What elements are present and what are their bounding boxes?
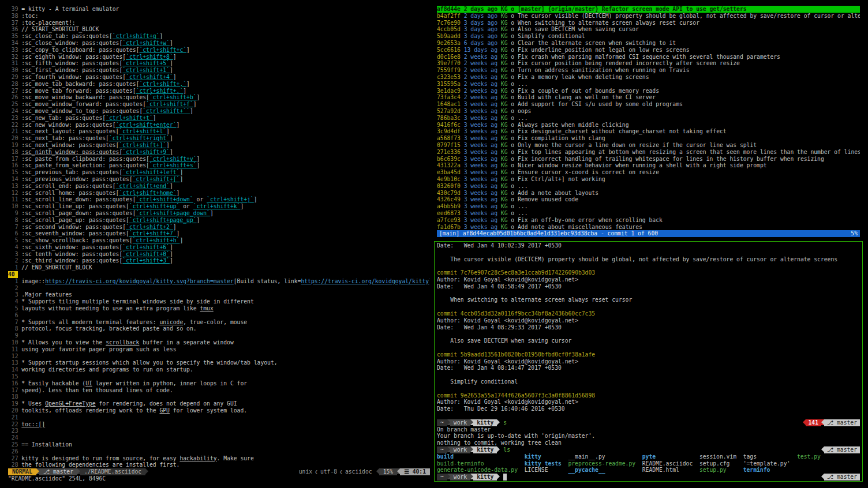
commit-row[interactable]: 7559ff9 2 weeks ag KG o Turn on address … [437, 67, 860, 74]
commit-row[interactable]: 527a92d 3 weeks ag KG o oops [437, 108, 860, 115]
file-name[interactable]: build-terminfo [437, 460, 525, 467]
commit-row[interactable]: 315595a 2 weeks ag KG o ... [437, 81, 860, 88]
commit-hash: 5cc6616 [437, 47, 461, 53]
text-segment: ] [254, 196, 257, 202]
text-segment: `ctrl+shift+,` [139, 81, 186, 87]
commit-row[interactable]: 9e2653a 6 days ago KG o Clear the altern… [437, 40, 860, 47]
commit-date: 3 weeks ag [464, 135, 497, 141]
text-segment: ] [166, 142, 170, 148]
graph-marker: o [508, 67, 518, 73]
text-segment: ] [173, 224, 177, 230]
commit-row[interactable]: b6c639c 3 weeks ag KG o Fix incorrect ha… [437, 156, 860, 163]
prompt-right: ⎇ master [821, 474, 860, 481]
commit-row[interactable]: c323e53 2 weeks ag KG o Fix a memory lea… [437, 74, 860, 81]
file-name[interactable]: terminfo [743, 467, 797, 474]
file-name[interactable]: test.py [797, 453, 824, 460]
commit-row[interactable]: af8d44e 2 days ago KG o [master] {origin… [437, 6, 860, 13]
line-number: 14 [8, 176, 18, 183]
text-segment: `ctrl+shift+end` [116, 183, 170, 189]
file-name[interactable]: setup.cfg [699, 460, 743, 467]
commit-row[interactable]: 431322a 3 weeks ag KG o Nicer window res… [437, 162, 860, 169]
commit-row[interactable]: 0797f15 3 weeks ag KG o Only move the cu… [437, 142, 860, 149]
file-name[interactable]: LICENSE [525, 467, 568, 474]
terminal-cursor[interactable] [503, 474, 507, 481]
commit-row[interactable]: e3ba45d 3 weeks ag KG o Ensure cursor x-… [437, 169, 860, 176]
vim-line: 2 [8, 285, 430, 292]
statusline-spacer [148, 468, 295, 475]
terminal-line: Date: Wed Jan 4 10:02:39 2017 +0530 [437, 242, 860, 249]
line-number: 23 [8, 115, 18, 122]
git-branch-segment: ⎇ master [39, 468, 77, 475]
vim-line: 24 [8, 434, 430, 441]
text-segment: Author: Kovid Goyal <kovid@kovidgoyal.ne… [437, 358, 578, 365]
commit-row[interactable]: 3e1dac9 2 weeks ag KG o Fix a couple of … [437, 88, 860, 95]
file-name[interactable]: pyte [642, 453, 699, 460]
vim-statusline: NORMAL ⎇ master ./README.asciidoc unix❮u… [8, 468, 430, 475]
commit-row[interactable]: a7fce93 3 weeks ag KG o Fix an off-by-on… [437, 217, 860, 224]
commit-row[interactable]: 3c9d4df 3 weeks ag KG o Fix designate_ch… [437, 128, 860, 135]
file-name[interactable]: '=template.py' [743, 460, 797, 467]
commit-row[interactable]: 5b9aadd 3 days ago KG o Simplify conditi… [437, 33, 860, 40]
commit-row[interactable]: eed6873 3 weeks ag KG o ... [437, 210, 860, 217]
commit-row[interactable]: fa1d67b 3 weeks ag KG o Add note about m… [437, 224, 860, 231]
text-segment: ] [166, 128, 170, 134]
file-name[interactable]: __main__.py [568, 453, 642, 460]
terminal-line: commit 4ccb05d3d32a0116f9bcc34bf8a2436b6… [437, 310, 860, 317]
line-number: 9 [8, 210, 18, 217]
tig-log-pane[interactable]: af8d44e 2 days ago KG o [master] {origin… [435, 5, 862, 238]
commit-author: KG [501, 60, 508, 66]
commit-row[interactable]: d0c16e8 2 weeks ag KG o Fix crash when p… [437, 54, 860, 61]
commit-row[interactable]: 786ba3c 3 weeks ag KG o ... [437, 115, 860, 122]
file-name[interactable]: README.asciidoc [642, 460, 699, 467]
vim-editor-pane[interactable]: 39= kitty - A terminal emulator38:toc:37… [6, 5, 432, 483]
vim-line: 1// END_SHORTCUT_BLOCK [8, 264, 430, 271]
line-number: 8 [8, 217, 18, 224]
commit-row[interactable]: 5cc6616 13 days ag KG o Fix underline_po… [437, 47, 860, 54]
file-name[interactable]: setup.py [699, 467, 743, 474]
graph-marker: o [508, 149, 518, 155]
commit-row[interactable]: 271e336 3 weeks ag KG o Fix top lines ap… [437, 149, 860, 156]
commit-row[interactable]: 9416f6c 3 weeks ag KG o Always paste whe… [437, 122, 860, 129]
line-number: 3 [8, 291, 18, 298]
commit-row[interactable]: 4e9b10c 3 weeks ag KG o Fix Ctrl/alt+] n… [437, 176, 860, 183]
commit-row[interactable]: a4bb5b9 3 weeks ag KG o ... [437, 203, 860, 210]
commit-row[interactable]: 7c76e90 3 days ago KG o When switching t… [437, 20, 860, 27]
file-name[interactable]: tags [743, 453, 797, 460]
commit-row[interactable]: 39e7f70 2 weeks ag KG o Fix cursor posit… [437, 60, 860, 67]
commit-row[interactable]: 4ccb05d 3 days ago KG o Also save DECTCE… [437, 26, 860, 33]
commit-row[interactable]: 03260f0 3 weeks ag KG o ... [437, 183, 860, 190]
commit-message: Clear the alternate screen when switchin… [518, 40, 676, 46]
file-name[interactable]: __pycache__ [568, 467, 642, 474]
file-name[interactable]: preprocess-readme.py [568, 460, 642, 467]
file-name[interactable]: build [437, 453, 525, 460]
text-segment: :sc_scroll_page_up: pass:quotes[ [21, 217, 129, 223]
text-segment: `ctrl+shift+8` [126, 54, 173, 60]
text-segment: ] [170, 60, 173, 66]
file-name[interactable]: kitty_tests [525, 460, 568, 467]
file-name[interactable]: kitty [525, 453, 568, 460]
commit-row[interactable]: 1648ac1 3 weeks ag KG o Add support for … [437, 101, 860, 108]
file-name[interactable]: README.html [642, 467, 699, 474]
commit-row[interactable]: 73fa3c4 2 weeks ag KG o Build with clang… [437, 94, 860, 101]
file-name[interactable]: session.vim [699, 453, 743, 460]
line-number: 10 [8, 339, 18, 346]
commit-row[interactable]: b4af2ff 2 days ago KG o The cursor visib… [437, 13, 860, 20]
text-segment: ] [179, 169, 183, 175]
line-number: 22 [8, 122, 18, 129]
vim-line: 26 [8, 448, 430, 455]
shell-terminal-pane[interactable]: Date: Wed Jan 4 10:02:39 2017 +0530 The … [434, 241, 863, 482]
commit-row[interactable]: a568f73 3 weeks ag KG o Fix compilation … [437, 135, 860, 142]
text-segment: :sc_close_window: pass:quotes[ [21, 40, 122, 46]
vim-line: 9 [8, 332, 430, 339]
terminal-line [437, 249, 860, 256]
commit-message: Fix compilation with clang [518, 135, 605, 141]
text-segment: `ctrl+shift+9` [122, 149, 170, 155]
text-segment: ] [183, 88, 186, 94]
commit-row[interactable]: 430c79d 3 weeks ag KG o Add a note about… [437, 190, 860, 197]
text-segment: ] [177, 190, 180, 196]
commit-row[interactable]: 4326c49 3 weeks ag KG o Remove unused co… [437, 196, 860, 203]
file-name[interactable]: generate-unicode-data.py [437, 467, 525, 474]
text-segment: or [193, 196, 207, 202]
commit-author: KG [501, 94, 508, 100]
line-number: 18 [8, 149, 18, 156]
